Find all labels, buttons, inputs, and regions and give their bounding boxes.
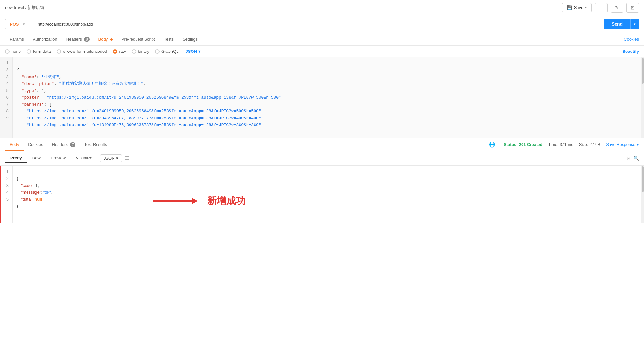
size-label: Size: 277 B xyxy=(579,142,601,147)
response-json-select[interactable]: JSON ▾ xyxy=(100,154,122,162)
tab-authorization[interactable]: Authorization xyxy=(28,33,62,45)
response-tab-cookies[interactable]: Cookies xyxy=(24,138,48,151)
request-scrollbar[interactable] xyxy=(641,57,644,138)
radio-urlencoded[interactable]: x-www-form-urlencoded xyxy=(57,49,107,54)
radio-urlencoded-circle xyxy=(57,49,61,54)
radio-none-label: none xyxy=(12,49,21,54)
tab-headers[interactable]: Headers 8 xyxy=(62,33,94,45)
response-status-bar: 🌐 Status: 201 Created Time: 371 ms Size:… xyxy=(489,141,639,148)
response-tab-body[interactable]: Body xyxy=(5,138,24,151)
search-icon[interactable]: 🔍 xyxy=(633,156,639,161)
response-format-pretty[interactable]: Pretty xyxy=(5,154,27,163)
breadcrumb-text: new travel / 新增店铺 xyxy=(5,5,44,11)
url-bar: POST ▾ Send ▾ xyxy=(0,15,644,33)
tab-body[interactable]: Body xyxy=(94,33,117,45)
request-line-numbers: 123456789 xyxy=(0,57,13,138)
response-tab-test-results[interactable]: Test Results xyxy=(80,138,112,151)
save-response-chevron-icon: ▾ xyxy=(637,142,639,147)
radio-none[interactable]: none xyxy=(5,49,21,54)
success-arrow-area xyxy=(153,198,198,204)
tab-settings[interactable]: Settings xyxy=(178,33,202,45)
success-text: 新增成功 xyxy=(207,194,246,207)
save-button[interactable]: 💾 Save ▾ xyxy=(562,3,592,12)
radio-form-data-label: form-data xyxy=(33,49,51,54)
radio-binary-circle xyxy=(132,49,136,54)
response-headers-badge: 7 xyxy=(70,142,75,147)
headers-badge: 8 xyxy=(84,37,89,42)
radio-urlencoded-label: x-www-form-urlencoded xyxy=(63,49,107,54)
method-chevron-icon: ▾ xyxy=(23,22,25,26)
globe-icon[interactable]: 🌐 xyxy=(489,141,495,148)
radio-binary-label: binary xyxy=(138,49,149,54)
send-button-group: Send ▾ xyxy=(604,19,639,29)
request-tabs: Params Authorization Headers 8 Body Pre-… xyxy=(0,33,644,46)
radio-graphql-circle xyxy=(155,49,160,54)
time-label: Time: 371 ms xyxy=(548,142,573,147)
response-body: 12345 { "code": 1, "message": "ok", "dat… xyxy=(0,166,644,223)
send-main-button[interactable]: Send xyxy=(604,19,630,29)
arrow-line xyxy=(153,200,192,202)
breadcrumb: new travel / 新增店铺 xyxy=(5,5,44,11)
response-format-raw[interactable]: Raw xyxy=(27,154,46,163)
radio-none-circle xyxy=(5,49,10,54)
send-chevron-button[interactable]: ▾ xyxy=(630,19,639,29)
more-button[interactable]: ··· xyxy=(595,3,608,12)
response-scrollbar[interactable] xyxy=(641,166,644,223)
save-label: Save xyxy=(574,5,584,10)
radio-graphql-label: GraphQL xyxy=(161,49,178,54)
radio-raw-circle xyxy=(113,49,117,54)
copy-icon[interactable]: ⎘ xyxy=(627,156,630,161)
response-code-content: { "code": 1, "message": "ok", "data": nu… xyxy=(13,166,134,223)
url-input[interactable] xyxy=(34,19,604,29)
request-editor: 123456789 { "name": "生蚝馆", "description"… xyxy=(0,57,644,138)
filter-icon[interactable]: ☰ xyxy=(124,155,129,161)
json-chevron-icon: ▾ xyxy=(198,49,200,54)
arrow-head-icon xyxy=(192,198,198,204)
radio-form-data[interactable]: form-data xyxy=(27,49,51,54)
method-selector[interactable]: POST ▾ xyxy=(5,19,34,29)
status-badge: Status: 201 Created xyxy=(504,142,542,147)
edit-button[interactable]: ✎ xyxy=(611,3,623,13)
response-tab-headers[interactable]: Headers 7 xyxy=(48,138,80,151)
cookies-button[interactable]: Cookies xyxy=(624,37,639,42)
request-code-content[interactable]: { "name": "生蚝馆", "description": "固成的宝藏店铺… xyxy=(13,57,644,138)
tab-tests[interactable]: Tests xyxy=(160,33,178,45)
top-bar: new travel / 新增店铺 💾 Save ▾ ··· ✎ ⊡ xyxy=(0,0,644,15)
radio-binary[interactable]: binary xyxy=(132,49,149,54)
response-highlighted-code: 12345 { "code": 1, "message": "ok", "dat… xyxy=(0,166,134,223)
layout-button[interactable]: ⊡ xyxy=(626,3,639,13)
save-response-button[interactable]: Save Response ▾ xyxy=(606,142,639,147)
radio-raw-label: raw xyxy=(119,49,126,54)
radio-raw[interactable]: raw xyxy=(113,49,126,54)
body-active-dot xyxy=(110,38,113,41)
tab-params[interactable]: Params xyxy=(5,33,28,45)
response-format-visualize[interactable]: Visualize xyxy=(71,154,98,163)
json-dropdown[interactable]: JSON ▾ xyxy=(185,49,200,54)
response-format-row: Pretty Raw Preview Visualize JSON ▾ ☰ ⎘ … xyxy=(0,151,644,166)
request-code-area: 123456789 { "name": "生蚝馆", "description"… xyxy=(0,57,644,138)
tab-pre-request[interactable]: Pre-request Script xyxy=(117,33,160,45)
top-bar-actions: 💾 Save ▾ ··· ✎ ⊡ xyxy=(562,3,639,13)
body-type-row: none form-data x-www-form-urlencoded raw… xyxy=(0,46,644,57)
save-chevron-icon: ▾ xyxy=(585,6,587,9)
radio-form-data-circle xyxy=(27,49,31,54)
json-label: JSON xyxy=(185,49,197,54)
response-content-area: 12345 { "code": 1, "message": "ok", "dat… xyxy=(0,166,644,223)
beautify-button[interactable]: Beautify xyxy=(623,49,639,54)
response-json-label: JSON xyxy=(104,156,115,161)
method-label: POST xyxy=(10,22,21,27)
response-line-numbers: 12345 xyxy=(0,166,13,223)
response-tabs-row: Body Cookies Headers 7 Test Results 🌐 St… xyxy=(0,138,644,151)
response-format-preview[interactable]: Preview xyxy=(46,154,71,163)
response-json-chevron-icon: ▾ xyxy=(116,156,118,161)
radio-graphql[interactable]: GraphQL xyxy=(155,49,178,54)
success-indicator: 新增成功 xyxy=(134,166,246,223)
save-icon: 💾 xyxy=(567,5,572,10)
